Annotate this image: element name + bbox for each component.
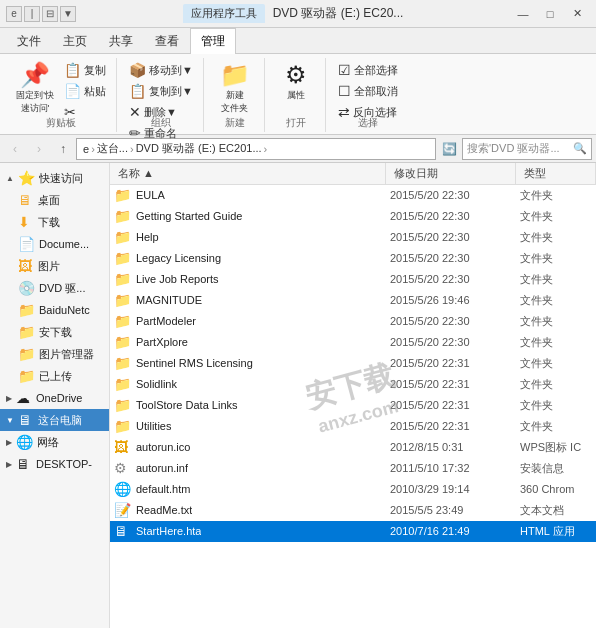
file-row[interactable]: 📁 Utilities 2015/5/20 22:31 文件夹 — [110, 416, 596, 437]
ribbon-group-select: ☑ 全部选择 ☐ 全部取消 ⇄ 反向选择 选择 — [328, 58, 408, 132]
newfolder-button[interactable]: 📁 新建文件夹 — [212, 60, 258, 118]
folder-icon: 📁 — [114, 313, 132, 329]
file-date: 2015/5/26 19:46 — [386, 293, 516, 307]
paste-icon: 📄 — [64, 83, 81, 99]
file-row[interactable]: 🖼 autorun.ico 2012/8/15 0:31 WPS图标 IC — [110, 437, 596, 458]
file-row[interactable]: ⚙ autorun.inf 2011/5/10 17:32 安装信息 — [110, 458, 596, 479]
txt-icon: 📝 — [114, 502, 132, 518]
file-row-selected[interactable]: 🖥 StartHere.hta 2010/7/16 21:49 HTML 应用 — [110, 521, 596, 542]
copy-icon: 📋 — [64, 62, 81, 78]
select-label: 选择 — [328, 116, 408, 130]
file-date: 2010/3/29 19:14 — [386, 482, 516, 496]
properties-button[interactable]: ⚙ 属性 — [273, 60, 319, 105]
address-thispc: 这台... — [97, 141, 128, 156]
tab-home[interactable]: 主页 — [52, 28, 98, 54]
folder-icon: 📁 — [114, 376, 132, 392]
sidebar-item-dvd[interactable]: 💿 DVD 驱... — [0, 277, 109, 299]
file-type: HTML 应用 — [516, 523, 596, 540]
search-icon: 🔍 — [573, 142, 587, 155]
sidebar-item-network[interactable]: ▶ 🌐 网络 — [0, 431, 109, 453]
titlebar-controls: — □ ✕ — [510, 5, 590, 23]
forward-button[interactable]: › — [28, 138, 50, 160]
sidebar-item-desktop[interactable]: 🖥 桌面 — [0, 189, 109, 211]
file-date: 2015/5/20 22:31 — [386, 377, 516, 391]
file-name: default.htm — [136, 483, 190, 495]
folder-icon: 📁 — [114, 271, 132, 287]
tab-file[interactable]: 文件 — [6, 28, 52, 54]
file-row[interactable]: 📁 Sentinel RMS Licensing 2015/5/20 22:31… — [110, 353, 596, 374]
folder-icon: 📁 — [114, 418, 132, 434]
file-row[interactable]: 🌐 default.htm 2010/3/29 19:14 360 Chrom — [110, 479, 596, 500]
selectall-button[interactable]: ☑ 全部选择 — [334, 60, 402, 80]
sidebar-item-desktop2[interactable]: ▶ 🖥 DESKTOP- — [0, 453, 109, 475]
moveto-button[interactable]: 📦 移动到▼ — [125, 60, 197, 80]
onedrive-label: OneDrive — [36, 392, 82, 404]
file-type: 文件夹 — [516, 229, 596, 246]
file-row[interactable]: 📁 Legacy Licensing 2015/5/20 22:30 文件夹 — [110, 248, 596, 269]
sidebar-item-documents[interactable]: 📄 Docume... — [0, 233, 109, 255]
file-name: PartXplore — [136, 336, 188, 348]
file-name-cell: ⚙ autorun.inf — [110, 459, 386, 477]
new-label: 新建 — [206, 116, 264, 130]
file-row[interactable]: 📁 EULA 2015/5/20 22:30 文件夹 — [110, 185, 596, 206]
refresh-button[interactable]: 🔄 — [438, 138, 460, 160]
paste-button[interactable]: 📄 粘贴 — [60, 81, 110, 101]
file-row[interactable]: 📁 Live Job Reports 2015/5/20 22:30 文件夹 — [110, 269, 596, 290]
sidebar-item-picman[interactable]: 📁 图片管理器 — [0, 343, 109, 365]
file-row[interactable]: 📁 Getting Started Guide 2015/5/20 22:30 … — [110, 206, 596, 227]
file-row[interactable]: 📁 Solidlink 2015/5/20 22:31 文件夹 — [110, 374, 596, 395]
file-name: Sentinel RMS Licensing — [136, 357, 253, 369]
moveto-icon: 📦 — [129, 62, 146, 78]
file-row[interactable]: 📁 PartXplore 2015/5/20 22:30 文件夹 — [110, 332, 596, 353]
sidebar-item-onedrive[interactable]: ▶ ☁ OneDrive — [0, 387, 109, 409]
open-label: 打开 — [267, 116, 325, 130]
file-row[interactable]: 📁 Help 2015/5/20 22:30 文件夹 — [110, 227, 596, 248]
search-field[interactable]: 搜索'DVD 驱动器... 🔍 — [462, 138, 592, 160]
sidebar-item-uploaded[interactable]: 📁 已上传 — [0, 365, 109, 387]
col-date[interactable]: 修改日期 — [386, 163, 516, 184]
ribbon-tabs: 文件 主页 共享 查看 管理 — [0, 28, 596, 54]
sidebar-item-quick-access[interactable]: ▲ ⭐ 快速访问 — [0, 167, 109, 189]
anzai-icon: 📁 — [18, 324, 35, 340]
sidebar-item-pictures[interactable]: 🖼 图片 — [0, 255, 109, 277]
sidebar-item-thispc[interactable]: ▼ 🖥 这台电脑 — [0, 409, 109, 431]
clipboard-buttons: 📌 固定到'快速访问' 📋 复制 📄 粘贴 ✂ — [12, 60, 110, 122]
organize-label: 组织 — [119, 116, 203, 130]
copy-label: 复制 — [84, 63, 106, 78]
window-icon-2: | — [24, 6, 40, 22]
organize-buttons: 📦 移动到▼ 📋 复制到▼ ✕ 删除▼ ✏ 重命名 — [125, 60, 197, 143]
file-type: 安装信息 — [516, 460, 596, 477]
back-button[interactable]: ‹ — [4, 138, 26, 160]
picman-icon: 📁 — [18, 346, 35, 362]
tab-manage[interactable]: 管理 — [190, 28, 236, 54]
file-row[interactable]: 📁 MAGNITUDE 2015/5/26 19:46 文件夹 — [110, 290, 596, 311]
sidebar-item-download[interactable]: ⬇ 下载 — [0, 211, 109, 233]
file-row[interactable]: 📝 ReadMe.txt 2015/5/5 23:49 文本文档 — [110, 500, 596, 521]
pin-label: 固定到'快速访问' — [16, 89, 54, 115]
close-button[interactable]: ✕ — [564, 5, 590, 23]
copyto-icon: 📋 — [129, 83, 146, 99]
sidebar: ▲ ⭐ 快速访问 🖥 桌面 ⬇ 下载 📄 Docume... 🖼 图片 💿 DV… — [0, 163, 110, 628]
sidebar-item-anzai[interactable]: 📁 安下载 — [0, 321, 109, 343]
file-name: Legacy Licensing — [136, 252, 221, 264]
col-type[interactable]: 类型 — [516, 163, 596, 184]
file-name: Getting Started Guide — [136, 210, 242, 222]
copy-button[interactable]: 📋 复制 — [60, 60, 110, 80]
baidunets-icon: 📁 — [18, 302, 35, 318]
folder-icon: 📁 — [114, 292, 132, 308]
onedrive-arrow: ▶ — [6, 394, 12, 403]
quick-access-arrow: ▲ — [6, 174, 14, 183]
minimize-button[interactable]: — — [510, 5, 536, 23]
copyto-button[interactable]: 📋 复制到▼ — [125, 81, 197, 101]
sidebar-item-baidunets[interactable]: 📁 BaiduNetc — [0, 299, 109, 321]
window-icon-1: e — [6, 6, 22, 22]
selectnone-button[interactable]: ☐ 全部取消 — [334, 81, 402, 101]
pin-button[interactable]: 📌 固定到'快速访问' — [12, 60, 58, 118]
maximize-button[interactable]: □ — [537, 5, 563, 23]
tab-share[interactable]: 共享 — [98, 28, 144, 54]
file-row[interactable]: 📁 PartModeler 2015/5/20 22:30 文件夹 — [110, 311, 596, 332]
tab-view[interactable]: 查看 — [144, 28, 190, 54]
up-button[interactable]: ↑ — [52, 138, 74, 160]
file-row[interactable]: 📁 ToolStore Data Links 2015/5/20 22:31 文… — [110, 395, 596, 416]
col-name[interactable]: 名称 ▲ — [110, 163, 386, 184]
